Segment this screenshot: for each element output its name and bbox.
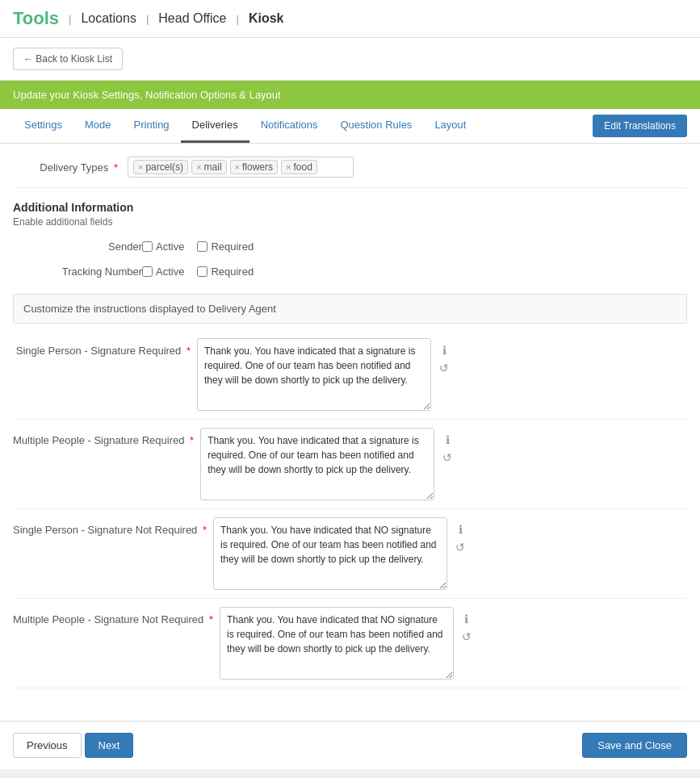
tracking-active-label: Active	[142, 266, 184, 278]
tag-mail: × mail	[191, 160, 226, 174]
instructions-text: Customize the instructions displayed to …	[23, 303, 276, 315]
textarea-row-multiple-sig-required: Multiple People - Signature Required * ℹ…	[13, 420, 687, 509]
banner-text: Update your Kiosk Settings, Notification…	[13, 89, 281, 101]
delivery-types-tags[interactable]: × parcel(s) × mail × flowers × food	[128, 157, 354, 178]
tag-remove-food[interactable]: ×	[286, 163, 291, 172]
textarea-row-multiple-no-sig: Multiple People - Signature Not Required…	[13, 599, 687, 688]
tab-question-rules[interactable]: Question Rules	[329, 109, 423, 143]
back-button[interactable]: ← Back to Kiosk List	[13, 48, 123, 70]
sender-active-label: Active	[142, 241, 184, 253]
info-icon-multiple-sig[interactable]: ℹ	[441, 433, 454, 447]
separator-3: |	[237, 13, 239, 25]
tab-mode[interactable]: Mode	[73, 109, 123, 143]
tab-printing[interactable]: Printing	[123, 109, 181, 143]
reset-icon-single-sig[interactable]: ↺	[438, 361, 451, 375]
tag-label-mail: mail	[204, 161, 222, 173]
tracking-required-checkbox[interactable]	[197, 266, 207, 277]
controls-single-no-sig: ℹ ↺	[454, 517, 467, 554]
textarea-single-sig-required[interactable]	[197, 338, 431, 411]
app-title: Tools	[13, 8, 59, 29]
edit-translations-button[interactable]: Edit Translations	[593, 115, 687, 137]
tracking-number-row: Tracking Number Active Required	[13, 259, 687, 284]
tag-label-flowers: flowers	[242, 161, 273, 173]
info-banner: Update your Kiosk Settings, Notification…	[0, 81, 700, 109]
controls-multiple-sig-required: ℹ ↺	[441, 428, 454, 465]
textarea-row-single-no-sig: Single Person - Signature Not Required *…	[13, 509, 687, 599]
reset-icon-single-no-sig[interactable]: ↺	[454, 540, 467, 554]
additional-info-section: Additional Information Enable additional…	[13, 188, 687, 234]
sender-label: Sender	[13, 241, 142, 253]
next-button[interactable]: Next	[85, 733, 134, 758]
textarea-multiple-sig-required[interactable]	[200, 428, 434, 500]
tag-label-food: food	[293, 161, 312, 173]
tracking-active-checkbox[interactable]	[142, 266, 153, 277]
tag-remove-flowers[interactable]: ×	[235, 163, 240, 172]
tag-remove-mail[interactable]: ×	[196, 163, 201, 172]
additional-info-subtext: Enable additional fields	[13, 216, 687, 228]
required-star-delivery: *	[111, 161, 118, 174]
separator-1: |	[69, 13, 71, 25]
tag-flowers: × flowers	[230, 160, 278, 174]
tag-label-parcels: parcel(s)	[145, 161, 183, 173]
tab-notifications[interactable]: Notifications	[249, 109, 329, 143]
controls-single-sig-required: ℹ ↺	[438, 338, 451, 375]
label-multiple-no-sig: Multiple People - Signature Not Required…	[13, 607, 213, 625]
textarea-single-no-sig[interactable]	[213, 517, 447, 590]
textarea-multiple-no-sig[interactable]	[220, 607, 454, 680]
instructions-section: Customize the instructions displayed to …	[13, 294, 687, 324]
breadcrumb-kiosk: Kiosk	[249, 11, 284, 26]
tag-remove-parcels[interactable]: ×	[138, 163, 143, 172]
tracking-number-label: Tracking Number	[13, 266, 142, 278]
controls-multiple-no-sig: ℹ ↺	[460, 607, 473, 644]
footer: Previous Next Save and Close	[0, 721, 700, 769]
sender-checkboxes: Active Required	[142, 241, 254, 253]
separator-2: |	[146, 13, 149, 25]
tab-layout[interactable]: Layout	[423, 109, 477, 143]
delivery-types-label: Delivery Types *	[13, 161, 118, 174]
reset-icon-multiple-no-sig[interactable]: ↺	[460, 630, 473, 644]
tag-parcels: × parcel(s)	[133, 160, 188, 174]
additional-info-heading: Additional Information	[13, 201, 687, 214]
info-icon-single-sig[interactable]: ℹ	[438, 343, 451, 358]
label-single-sig-required: Single Person - Signature Required *	[13, 338, 191, 357]
tag-food: × food	[281, 160, 317, 174]
textarea-row-single-sig-required: Single Person - Signature Required * ℹ ↺	[13, 330, 687, 420]
sender-required-label: Required	[197, 241, 254, 253]
back-section: ← Back to Kiosk List	[0, 38, 700, 81]
main-content: Delivery Types * × parcel(s) × mail × fl…	[0, 144, 700, 705]
reset-icon-multiple-sig[interactable]: ↺	[441, 450, 454, 465]
sender-row: Sender Active Required	[13, 234, 687, 259]
label-single-no-sig: Single Person - Signature Not Required *	[13, 517, 207, 536]
breadcrumb-head-office: Head Office	[158, 11, 226, 26]
previous-button[interactable]: Previous	[13, 733, 82, 758]
delivery-types-row: Delivery Types * × parcel(s) × mail × fl…	[13, 144, 687, 188]
save-close-button[interactable]: Save and Close	[582, 733, 687, 758]
info-icon-multiple-no-sig[interactable]: ℹ	[460, 612, 473, 626]
breadcrumb-locations: Locations	[81, 11, 136, 26]
info-icon-single-no-sig[interactable]: ℹ	[454, 522, 467, 537]
sender-required-checkbox[interactable]	[197, 241, 207, 252]
tab-deliveries[interactable]: Deliveries	[181, 109, 249, 143]
tracking-required-label: Required	[197, 266, 254, 278]
tabs-bar: Settings Mode Printing Deliveries Notifi…	[0, 109, 700, 144]
label-multiple-sig-required: Multiple People - Signature Required *	[13, 428, 194, 446]
tracking-checkboxes: Active Required	[142, 266, 254, 278]
top-bar: Tools | Locations | Head Office | Kiosk	[0, 0, 700, 38]
sender-active-checkbox[interactable]	[142, 241, 153, 252]
tab-settings[interactable]: Settings	[13, 109, 73, 143]
